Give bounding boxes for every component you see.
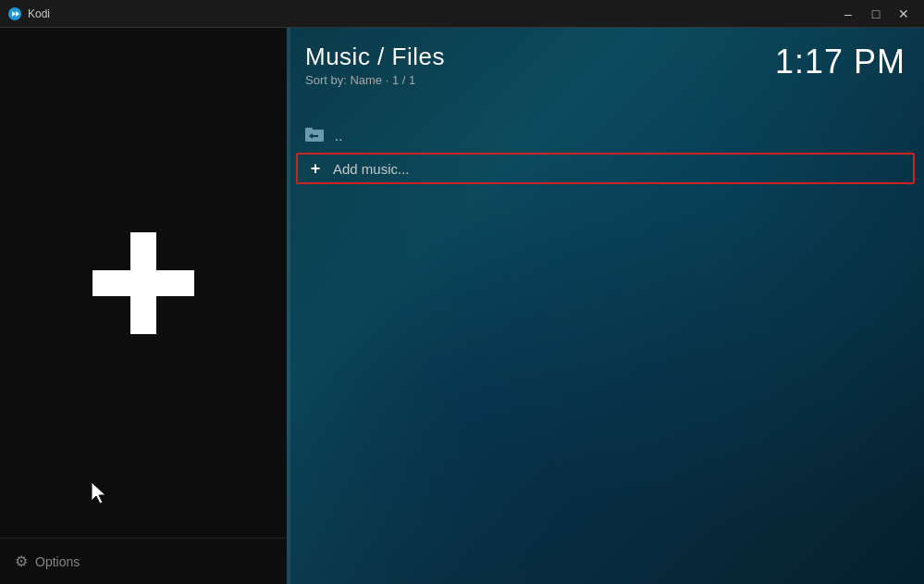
maximize-button[interactable]: □ [863,4,889,24]
cursor-icon [88,480,110,506]
sort-info: Sort by: Name · 1 / 1 [305,73,445,87]
plus-icon-area [0,28,287,538]
kodi-icon [7,6,22,21]
back-label: .. [335,128,342,143]
add-music-label: Add music... [333,161,410,177]
clock: 1:17 PM [775,43,906,81]
main-panel: Music / Files Sort by: Name · 1 / 1 1:17… [287,28,924,584]
scroll-indicator [287,28,290,584]
options-label: Options [35,554,80,569]
titlebar-left: Kodi [7,6,50,21]
sidebar-bottom[interactable]: ⚙ Options [0,538,287,584]
file-list: .. + Add music... [296,120,915,184]
svg-marker-1 [92,482,105,503]
header: Music / Files Sort by: Name · 1 / 1 1:17… [287,28,924,94]
app: ⚙ Options Music / Files Sort by: Name · … [0,28,924,584]
add-icon: + [307,160,324,177]
titlebar-controls: – □ ✕ [835,4,917,24]
sidebar: ⚙ Options [0,28,287,584]
svg-rect-3 [305,128,313,132]
gear-icon: ⚙ [15,553,28,570]
add-music-item[interactable]: + Add music... [296,153,915,184]
breadcrumb-area: Music / Files Sort by: Name · 1 / 1 [305,43,445,87]
minimize-button[interactable]: – [835,4,861,24]
folder-back-icon [305,126,326,145]
titlebar-title: Kodi [28,7,50,20]
add-source-icon [97,237,190,329]
page-title: Music / Files [305,43,445,71]
folder-icon [305,126,326,143]
close-button[interactable]: ✕ [891,4,917,24]
back-item[interactable]: .. [296,120,915,151]
titlebar: Kodi – □ ✕ [0,0,924,28]
cursor-area [88,480,110,510]
